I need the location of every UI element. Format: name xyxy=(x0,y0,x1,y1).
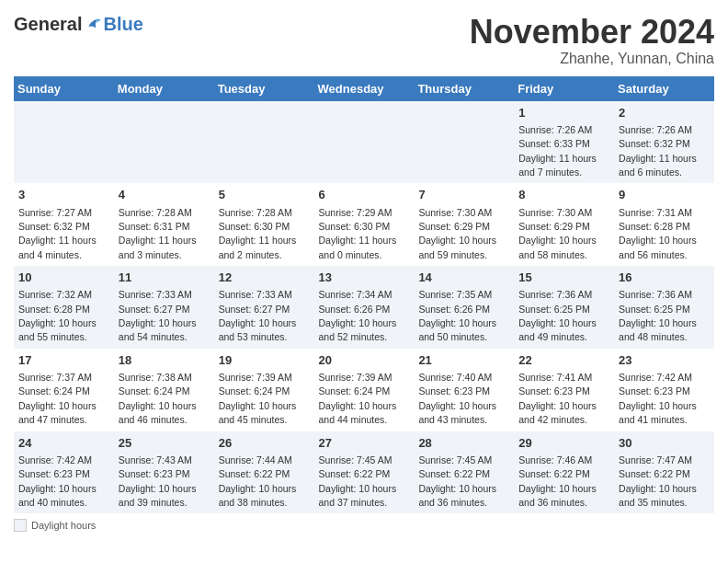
calendar-day-cell: 10Sunrise: 7:32 AM Sunset: 6:28 PM Dayli… xyxy=(14,266,114,349)
calendar-day-cell: 8Sunrise: 7:30 AM Sunset: 6:29 PM Daylig… xyxy=(514,183,614,266)
day-info: Sunrise: 7:33 AM Sunset: 6:27 PM Dayligh… xyxy=(219,289,297,342)
calendar-day-cell: 28Sunrise: 7:45 AM Sunset: 6:22 PM Dayli… xyxy=(414,431,514,514)
day-info: Sunrise: 7:28 AM Sunset: 6:31 PM Dayligh… xyxy=(119,207,197,260)
day-info: Sunrise: 7:31 AM Sunset: 6:28 PM Dayligh… xyxy=(619,207,697,260)
day-info: Sunrise: 7:39 AM Sunset: 6:24 PM Dayligh… xyxy=(319,372,397,425)
calendar-day-cell: 13Sunrise: 7:34 AM Sunset: 6:26 PM Dayli… xyxy=(314,266,415,349)
calendar-week-row: 3Sunrise: 7:27 AM Sunset: 6:32 PM Daylig… xyxy=(14,183,714,266)
calendar-day-cell: 7Sunrise: 7:30 AM Sunset: 6:29 PM Daylig… xyxy=(414,183,514,266)
day-number: 30 xyxy=(619,435,710,452)
day-info: Sunrise: 7:41 AM Sunset: 6:23 PM Dayligh… xyxy=(518,372,597,425)
calendar-day-cell: 16Sunrise: 7:36 AM Sunset: 6:25 PM Dayli… xyxy=(614,266,714,349)
weekday-header: Friday xyxy=(514,76,614,101)
calendar-day-cell: 23Sunrise: 7:42 AM Sunset: 6:23 PM Dayli… xyxy=(614,349,714,431)
weekday-header: Tuesday xyxy=(214,76,314,101)
weekday-header: Wednesday xyxy=(314,76,415,101)
day-number: 1 xyxy=(518,105,609,121)
calendar-day-cell: 15Sunrise: 7:36 AM Sunset: 6:25 PM Dayli… xyxy=(514,266,614,349)
day-number: 4 xyxy=(119,187,210,203)
day-number: 22 xyxy=(518,352,609,369)
legend-box xyxy=(14,519,27,532)
calendar-day-cell: 12Sunrise: 7:33 AM Sunset: 6:27 PM Dayli… xyxy=(214,266,314,349)
day-info: Sunrise: 7:32 AM Sunset: 6:28 PM Dayligh… xyxy=(18,289,97,342)
calendar-day-cell: 14Sunrise: 7:35 AM Sunset: 6:26 PM Dayli… xyxy=(414,266,514,349)
weekday-header: Thursday xyxy=(414,76,514,101)
calendar-day-cell: 2Sunrise: 7:26 AM Sunset: 6:32 PM Daylig… xyxy=(614,101,714,184)
calendar-day-cell xyxy=(414,101,514,184)
weekday-header: Saturday xyxy=(614,76,714,101)
day-number: 24 xyxy=(18,435,109,452)
calendar-week-row: 10Sunrise: 7:32 AM Sunset: 6:28 PM Dayli… xyxy=(14,266,714,349)
page-header: General Blue November 2024 Zhanhe, Yunna… xyxy=(14,14,714,67)
calendar-day-cell xyxy=(214,101,314,184)
day-number: 21 xyxy=(418,352,509,369)
calendar-day-cell: 1Sunrise: 7:26 AM Sunset: 6:33 PM Daylig… xyxy=(514,101,614,184)
day-number: 16 xyxy=(619,270,710,286)
day-number: 11 xyxy=(119,270,210,286)
calendar-day-cell xyxy=(114,101,214,184)
day-info: Sunrise: 7:36 AM Sunset: 6:25 PM Dayligh… xyxy=(619,289,697,342)
day-number: 19 xyxy=(219,352,310,369)
day-info: Sunrise: 7:45 AM Sunset: 6:22 PM Dayligh… xyxy=(319,454,397,508)
calendar-day-cell: 4Sunrise: 7:28 AM Sunset: 6:31 PM Daylig… xyxy=(114,183,214,266)
logo-bird-icon xyxy=(84,16,102,34)
calendar-day-cell: 30Sunrise: 7:47 AM Sunset: 6:22 PM Dayli… xyxy=(614,431,714,514)
calendar-day-cell: 5Sunrise: 7:28 AM Sunset: 6:30 PM Daylig… xyxy=(214,183,314,266)
logo-general: General xyxy=(14,14,82,35)
day-info: Sunrise: 7:45 AM Sunset: 6:22 PM Dayligh… xyxy=(418,454,496,508)
day-info: Sunrise: 7:39 AM Sunset: 6:24 PM Dayligh… xyxy=(219,372,297,425)
calendar-day-cell: 6Sunrise: 7:29 AM Sunset: 6:30 PM Daylig… xyxy=(314,183,415,266)
day-number: 3 xyxy=(18,187,109,203)
day-number: 10 xyxy=(18,270,109,286)
title-block: November 2024 Zhanhe, Yunnan, China xyxy=(470,14,714,67)
day-number: 9 xyxy=(619,187,710,203)
day-number: 18 xyxy=(119,352,210,369)
day-info: Sunrise: 7:26 AM Sunset: 6:32 PM Dayligh… xyxy=(619,124,697,178)
day-info: Sunrise: 7:26 AM Sunset: 6:33 PM Dayligh… xyxy=(518,124,597,178)
logo: General Blue xyxy=(14,14,143,35)
calendar-day-cell: 22Sunrise: 7:41 AM Sunset: 6:23 PM Dayli… xyxy=(514,349,614,431)
day-info: Sunrise: 7:28 AM Sunset: 6:30 PM Dayligh… xyxy=(219,207,297,260)
day-number: 17 xyxy=(18,352,109,369)
calendar-day-cell: 9Sunrise: 7:31 AM Sunset: 6:28 PM Daylig… xyxy=(614,183,714,266)
calendar-day-cell: 17Sunrise: 7:37 AM Sunset: 6:24 PM Dayli… xyxy=(14,349,114,431)
day-number: 13 xyxy=(319,270,410,286)
calendar-day-cell: 19Sunrise: 7:39 AM Sunset: 6:24 PM Dayli… xyxy=(214,349,314,431)
calendar-day-cell: 25Sunrise: 7:43 AM Sunset: 6:23 PM Dayli… xyxy=(114,431,214,514)
day-number: 7 xyxy=(418,187,509,203)
calendar-day-cell: 20Sunrise: 7:39 AM Sunset: 6:24 PM Dayli… xyxy=(314,349,415,431)
day-number: 6 xyxy=(319,187,410,203)
day-number: 2 xyxy=(619,105,710,121)
day-number: 23 xyxy=(619,352,710,369)
location-subtitle: Zhanhe, Yunnan, China xyxy=(470,51,714,67)
calendar-day-cell: 11Sunrise: 7:33 AM Sunset: 6:27 PM Dayli… xyxy=(114,266,214,349)
calendar-day-cell: 21Sunrise: 7:40 AM Sunset: 6:23 PM Dayli… xyxy=(414,349,514,431)
day-number: 20 xyxy=(319,352,410,369)
calendar-day-cell: 24Sunrise: 7:42 AM Sunset: 6:23 PM Dayli… xyxy=(14,431,114,514)
day-info: Sunrise: 7:47 AM Sunset: 6:22 PM Dayligh… xyxy=(619,454,697,508)
day-number: 8 xyxy=(518,187,609,203)
day-number: 26 xyxy=(219,435,310,452)
day-number: 15 xyxy=(518,270,609,286)
day-info: Sunrise: 7:42 AM Sunset: 6:23 PM Dayligh… xyxy=(619,372,697,425)
day-info: Sunrise: 7:30 AM Sunset: 6:29 PM Dayligh… xyxy=(518,207,597,260)
day-info: Sunrise: 7:46 AM Sunset: 6:22 PM Dayligh… xyxy=(518,454,597,508)
day-info: Sunrise: 7:38 AM Sunset: 6:24 PM Dayligh… xyxy=(119,372,197,425)
calendar-day-cell: 27Sunrise: 7:45 AM Sunset: 6:22 PM Dayli… xyxy=(314,431,415,514)
day-number: 25 xyxy=(119,435,210,452)
calendar-day-cell: 26Sunrise: 7:44 AM Sunset: 6:22 PM Dayli… xyxy=(214,431,314,514)
day-info: Sunrise: 7:42 AM Sunset: 6:23 PM Dayligh… xyxy=(18,454,97,508)
day-info: Sunrise: 7:34 AM Sunset: 6:26 PM Dayligh… xyxy=(319,289,397,342)
day-info: Sunrise: 7:36 AM Sunset: 6:25 PM Dayligh… xyxy=(518,289,597,342)
day-number: 14 xyxy=(418,270,509,286)
calendar-week-row: 1Sunrise: 7:26 AM Sunset: 6:33 PM Daylig… xyxy=(14,101,714,184)
day-info: Sunrise: 7:29 AM Sunset: 6:30 PM Dayligh… xyxy=(319,207,397,260)
legend: Daylight hours xyxy=(14,519,714,532)
day-number: 27 xyxy=(319,435,410,452)
day-info: Sunrise: 7:44 AM Sunset: 6:22 PM Dayligh… xyxy=(219,454,297,508)
weekday-header-row: SundayMondayTuesdayWednesdayThursdayFrid… xyxy=(14,76,714,101)
day-info: Sunrise: 7:37 AM Sunset: 6:24 PM Dayligh… xyxy=(18,372,97,425)
weekday-header: Sunday xyxy=(14,76,114,101)
calendar-day-cell: 18Sunrise: 7:38 AM Sunset: 6:24 PM Dayli… xyxy=(114,349,214,431)
month-title: November 2024 xyxy=(470,14,714,51)
